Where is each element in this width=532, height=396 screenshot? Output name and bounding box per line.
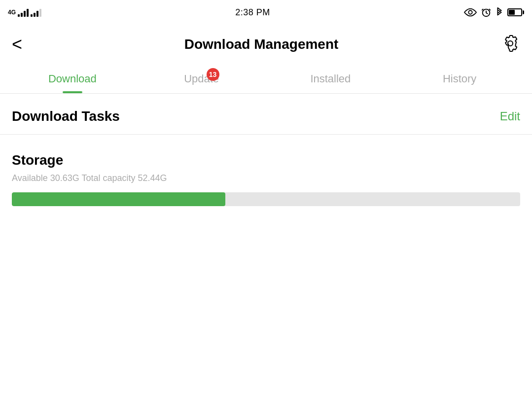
status-right (464, 7, 524, 18)
page-title: Download Management (184, 36, 339, 52)
signal-bars-1 (18, 8, 29, 17)
alarm-icon (481, 7, 492, 18)
tab-bar: Download Update 13 Installed History (0, 64, 532, 94)
download-tasks-title: Download Tasks (12, 108, 120, 124)
app-header: < Download Management (0, 25, 532, 64)
update-badge: 13 (207, 68, 219, 81)
settings-button[interactable] (500, 34, 520, 55)
status-bar: 4G 2:38 PM (0, 0, 532, 25)
storage-section: Storage Available 30.63G Total capacity … (0, 135, 532, 218)
tab-update[interactable]: Update 13 (137, 64, 266, 93)
eye-icon (464, 8, 477, 17)
storage-title: Storage (12, 152, 520, 168)
download-tasks-header: Download Tasks Edit (0, 94, 532, 134)
status-left: 4G (8, 8, 41, 17)
battery (507, 8, 524, 16)
storage-bar (12, 192, 520, 206)
tab-history[interactable]: History (395, 64, 524, 93)
status-time: 2:38 PM (235, 7, 270, 18)
storage-bar-fill (12, 192, 225, 206)
back-button[interactable]: < (12, 36, 22, 53)
lte-label: 4G (8, 9, 16, 16)
edit-button[interactable]: Edit (500, 109, 520, 123)
tab-installed[interactable]: Installed (266, 64, 395, 93)
signal-bars-2 (31, 8, 41, 17)
storage-info: Available 30.63G Total capacity 52.44G (12, 173, 520, 183)
tab-download[interactable]: Download (8, 64, 137, 93)
svg-point-0 (468, 10, 472, 14)
bluetooth-icon (496, 7, 503, 18)
